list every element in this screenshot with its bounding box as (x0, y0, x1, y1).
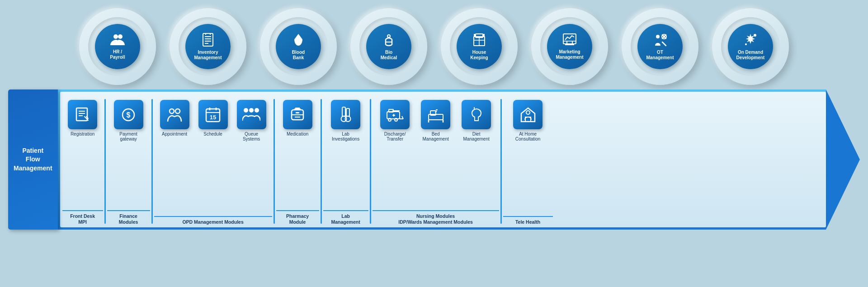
item-lab-investigations: LabInvestigations (328, 100, 363, 141)
group-opd: Appointment (154, 95, 272, 227)
finance-label-area: FinanceModules (107, 210, 150, 227)
blood-bank-icon (293, 33, 303, 48)
on-demand-icon (744, 33, 757, 48)
bed-management-label: BedManagement (422, 132, 448, 141)
pharmacy-label-area: PharmacyModule (276, 210, 319, 227)
inventory-icon (202, 33, 214, 48)
at-home-consultation-label: At HomeConsultation (515, 132, 541, 141)
bio-medical-icon (382, 33, 396, 48)
queue-systems-label: QueueSystems (243, 132, 260, 141)
registration-label: Registration (71, 132, 94, 136)
divider-5 (370, 99, 371, 224)
arrow-tip (826, 89, 860, 230)
nursing-group-label: Nursing ModulesIDP/Wards Management Modu… (398, 213, 473, 226)
front-desk-label-area: Front DeskMPI (62, 210, 103, 227)
svg-point-26 (745, 43, 747, 45)
circle-house-keeping[interactable]: HouseKeeping (441, 8, 518, 85)
item-diet-management: DietManagement (458, 100, 495, 141)
queue-systems-icon-box[interactable] (237, 100, 266, 129)
lab-investigations-icon-box[interactable] (331, 100, 360, 129)
svg-text:15: 15 (210, 114, 216, 121)
group-nursing: Discharge/Transfer (373, 95, 499, 227)
front-desk-group-label: Front DeskMPI (70, 213, 95, 226)
svg-point-33 (170, 109, 174, 113)
ot-management-label: OTManagement (646, 50, 674, 61)
svg-rect-13 (474, 34, 475, 37)
at-home-consultation-icon-box[interactable] (513, 100, 542, 129)
svg-point-72 (526, 111, 530, 114)
group-tele-health: At HomeConsultation Tele Health (503, 95, 553, 227)
lab-investigations-label: LabInvestigations (332, 132, 359, 141)
hr-icon (110, 33, 125, 48)
svg-rect-2 (203, 33, 213, 46)
circle-blood-bank[interactable]: BloodBank (260, 8, 337, 85)
circle-bio-medical[interactable]: BioMedical (350, 8, 427, 85)
discharge-icon-box[interactable] (380, 100, 410, 129)
registration-icon-box[interactable] (68, 100, 97, 129)
hr-label: HR /Payroll (110, 49, 125, 60)
medication-label: Medication (287, 132, 308, 136)
svg-rect-14 (483, 34, 485, 37)
divider-6 (500, 99, 502, 224)
circle-ot-management[interactable]: OTManagement (622, 8, 698, 85)
pharmacy-group-label: PharmacyModule (286, 213, 309, 226)
on-demand-label: On DemandDevelopment (736, 50, 765, 61)
svg-point-40 (244, 108, 248, 113)
medication-icon-box[interactable] (283, 100, 312, 129)
divider-4 (321, 99, 322, 224)
svg-point-0 (113, 34, 118, 39)
circle-inventory[interactable]: InventoryManagement (170, 8, 246, 85)
svg-point-1 (118, 34, 123, 39)
item-appointment: Appointment (158, 100, 192, 136)
patient-flow-box: PatientFlowManagement (8, 89, 58, 230)
group-finance: $ Paymentgateway FinanceModules (107, 95, 150, 227)
modules-container: Registration Front DeskMPI (60, 92, 826, 227)
svg-point-61 (388, 118, 391, 121)
svg-point-10 (388, 35, 390, 37)
item-discharge-transfer: Discharge/Transfer (377, 100, 413, 141)
tele-health-label-area: Tele Health (503, 216, 553, 227)
opd-group-label: OPD Management Modules (182, 219, 243, 226)
marketing-icon (563, 33, 576, 48)
divider-2 (151, 99, 153, 224)
finance-group-label: FinanceModules (119, 213, 138, 226)
group-front-desk: Registration Front DeskMPI (62, 95, 103, 227)
bed-management-icon-box[interactable] (421, 100, 450, 129)
inventory-label: InventoryManagement (194, 50, 222, 61)
group-lab: LabInvestigations LabManagement (323, 95, 368, 227)
discharge-label: Discharge/Transfer (384, 132, 406, 141)
bio-medical-label: BioMedical (381, 50, 397, 61)
item-medication: Medication (281, 100, 314, 136)
svg-line-24 (662, 42, 666, 46)
tele-health-group-label: Tele Health (515, 219, 540, 226)
svg-point-22 (656, 35, 660, 38)
payment-gateway-icon-box[interactable]: $ (114, 100, 143, 129)
page-container: HR /Payroll (0, 0, 868, 287)
svg-rect-49 (346, 108, 349, 116)
bottom-section: PatientFlowManagement (0, 89, 868, 230)
top-circles-section: HR /Payroll (0, 0, 868, 89)
lab-label-area: LabManagement (323, 210, 368, 227)
item-at-home-consultation: At HomeConsultation (509, 100, 547, 141)
svg-point-51 (345, 116, 350, 122)
marketing-label: MarketingManagement (556, 49, 583, 60)
circle-marketing[interactable]: MarketingManagement (531, 8, 608, 85)
divider-1 (104, 99, 106, 224)
circle-on-demand[interactable]: On DemandDevelopment (712, 8, 789, 85)
svg-point-41 (249, 108, 254, 113)
svg-point-34 (175, 109, 180, 113)
diet-management-icon-box[interactable] (462, 100, 491, 129)
lab-group-label: LabManagement (331, 213, 360, 226)
appointment-icon-box[interactable] (160, 100, 189, 129)
circle-hr-payroll[interactable]: HR /Payroll (79, 8, 156, 85)
ot-management-icon (653, 33, 667, 48)
schedule-icon-box[interactable]: 15 (198, 100, 228, 129)
diet-management-label: DietManagement (463, 132, 489, 141)
svg-point-25 (754, 34, 756, 37)
blood-bank-label: BloodBank (292, 50, 305, 61)
payment-gateway-label: Paymentgateway (119, 132, 137, 141)
group-pharmacy: Medication PharmacyModule (276, 95, 319, 227)
svg-point-42 (255, 108, 259, 113)
inner-content: Registration Front DeskMPI (60, 92, 826, 227)
item-payment-gateway: $ Paymentgateway (112, 100, 145, 141)
